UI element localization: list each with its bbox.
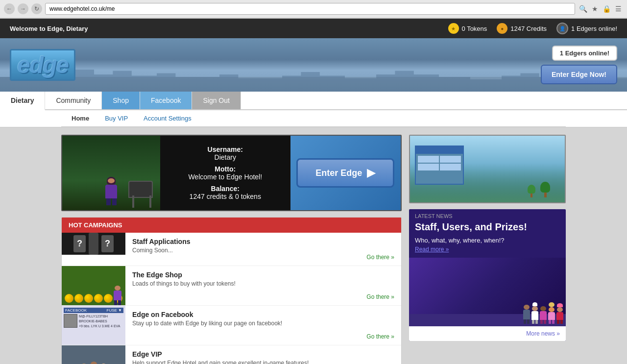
campaign-shop: The Edge Shop Loads of things to buy wit… bbox=[62, 266, 401, 306]
vip-char-2 bbox=[90, 362, 97, 364]
campaign-thumb-shop bbox=[62, 266, 125, 305]
campaign-desc-vip: Help support Edge Hotel and gain some ex… bbox=[132, 360, 394, 364]
enter-edge-button[interactable]: Enter Edge ▶ bbox=[296, 158, 394, 188]
char-head bbox=[107, 177, 116, 185]
avatar-character bbox=[105, 177, 117, 205]
online-icon: 👤 bbox=[556, 23, 568, 34]
campaigns-header: HOT CAMPAIGNS bbox=[62, 218, 401, 233]
tab-community[interactable]: Community bbox=[45, 92, 102, 109]
campaign-title-shop: The Edge Shop bbox=[132, 271, 394, 279]
browser-toolbar: ← → ↻ 🔍 ★ 🔒 ☰ bbox=[0, 0, 627, 18]
credits-label: 1247 Credits bbox=[510, 25, 547, 32]
hot-campaigns: HOT CAMPAIGNS ? ? Staff Applications C bbox=[61, 217, 402, 364]
menu-icon[interactable]: ☰ bbox=[613, 4, 623, 14]
header-currency: ★ 0 Tokens ● 1247 Credits 👤 1 Edgers onl… bbox=[448, 23, 617, 34]
char-body bbox=[105, 185, 117, 198]
browser-chrome: ← → ↻ 🔍 ★ 🔒 ☰ bbox=[0, 0, 627, 19]
fb-username: M@-FILLY123TBH bbox=[79, 314, 120, 319]
campaign-title-facebook: Edge on Facebook bbox=[132, 311, 394, 318]
sub-nav-account[interactable]: Account Settings bbox=[141, 113, 194, 123]
news-title: Staff, Users, and Prizes! bbox=[409, 219, 566, 237]
online-banner: 1 Edgers online! bbox=[552, 46, 617, 61]
tokens-display: ★ 0 Tokens bbox=[448, 23, 487, 34]
star-icon[interactable]: ★ bbox=[590, 4, 600, 14]
profile-info: Username: Dietary Motto: Welcome to Edge… bbox=[160, 136, 290, 210]
tab-dietary[interactable]: Dietary bbox=[0, 92, 45, 110]
sub-nav-buyvip[interactable]: Buy VIP bbox=[102, 113, 131, 123]
news-char-2 bbox=[531, 302, 538, 324]
scene-building bbox=[415, 146, 464, 185]
campaign-vip: Edge VIP Help support Edge Hotel and gai… bbox=[62, 345, 401, 364]
skyline bbox=[0, 67, 627, 92]
shop-char bbox=[114, 286, 121, 305]
tab-signout[interactable]: Sign Out bbox=[192, 92, 241, 109]
balance-value: 1247 credits & 0 tokens bbox=[190, 193, 261, 200]
extension-icon[interactable]: 🔒 bbox=[602, 4, 611, 14]
campaign-link-shop[interactable]: Go there » bbox=[132, 293, 394, 300]
fb-avatar-box bbox=[64, 314, 77, 328]
campaign-thumb-vip bbox=[62, 345, 125, 364]
tab-shop[interactable]: Shop bbox=[102, 92, 140, 109]
fb-label: FACEBOOK bbox=[65, 308, 87, 313]
news-subtitle: Who, what, why, where, when!? bbox=[409, 237, 566, 246]
fb-info: M@-FILLY123TBH BROOKIE-BABES +9 bbs. LYK… bbox=[79, 314, 120, 343]
tree-2 bbox=[528, 185, 535, 197]
campaign-link-staff[interactable]: Go there » bbox=[132, 254, 394, 261]
campaign-info-shop: The Edge Shop Loads of things to buy wit… bbox=[125, 266, 401, 305]
fb-fuse: FUSE ▼ bbox=[107, 308, 122, 313]
username-field: Username: Dietary bbox=[208, 146, 243, 161]
reload-button[interactable]: ↻ bbox=[31, 3, 42, 14]
motto-label: Motto: bbox=[188, 165, 262, 173]
campaign-title-staff: Staff Applications bbox=[132, 238, 394, 245]
sub-nav: Home Buy VIP Account Settings bbox=[61, 110, 566, 127]
tokens-label: 0 Tokens bbox=[462, 25, 487, 32]
tree-1 bbox=[540, 182, 550, 197]
campaign-info-facebook: Edge on Facebook Stay up to date with Ed… bbox=[125, 306, 401, 345]
campaign-desc-shop: Loads of things to buy with your tokens! bbox=[132, 280, 394, 287]
fb-stats: +9 bbs. LYK U 3.ME 4 EVA bbox=[79, 324, 120, 329]
bbq-grill bbox=[128, 181, 155, 208]
enter-edge-arrow-icon: ▶ bbox=[367, 167, 375, 179]
logo-text: edge bbox=[10, 49, 75, 81]
back-button[interactable]: ← bbox=[4, 3, 15, 14]
enter-now-button[interactable]: Enter Edge Now! bbox=[541, 65, 617, 84]
campaign-thumb-staff: ? ? bbox=[62, 233, 125, 255]
campaign-staff: ? ? Staff Applications Coming Soon... Go… bbox=[62, 233, 401, 266]
motto-field: Motto: Welcome to Edge Hotel! bbox=[188, 165, 262, 181]
enter-btn-container: Enter Edge ▶ bbox=[290, 136, 401, 210]
credit-icon: ● bbox=[497, 23, 507, 34]
campaign-link-facebook[interactable]: Go there » bbox=[132, 333, 394, 340]
latest-news: LATEST NEWS Staff, Users, and Prizes! Wh… bbox=[409, 209, 566, 341]
balance-field: Balance: 1247 credits & 0 tokens bbox=[190, 185, 261, 200]
news-read-more-link[interactable]: Read more » bbox=[409, 246, 566, 258]
fb-groups: BROOKIE-BABES bbox=[79, 319, 120, 324]
site-header: edge 1 Edgers online! Enter Edge Now! bbox=[0, 38, 627, 92]
news-characters bbox=[523, 302, 563, 324]
forward-button[interactable]: → bbox=[18, 3, 28, 14]
search-icon[interactable]: 🔍 bbox=[578, 4, 588, 14]
fb-content: M@-FILLY123TBH BROOKIE-BABES +9 bbs. LYK… bbox=[64, 314, 123, 343]
header-right: 1 Edgers online! Enter Edge Now! bbox=[541, 46, 617, 84]
news-char-5 bbox=[556, 303, 563, 324]
top-header: Welcome to Edge, Dietary ★ 0 Tokens ● 12… bbox=[0, 19, 627, 38]
url-bar[interactable] bbox=[45, 3, 575, 15]
fb-bar: FACEBOOK FUSE ▼ bbox=[64, 308, 123, 313]
campaign-info-staff: Staff Applications Coming Soon... Go the… bbox=[125, 233, 401, 266]
campaign-title-vip: Edge VIP bbox=[132, 350, 394, 358]
username-value: Dietary bbox=[208, 153, 243, 161]
news-more-link[interactable]: More news » bbox=[409, 326, 566, 341]
sub-nav-home[interactable]: Home bbox=[69, 113, 92, 123]
news-char-4 bbox=[548, 302, 555, 324]
news-char-3 bbox=[540, 306, 547, 324]
welcome-prefix: Welcome to Edge, bbox=[10, 25, 66, 32]
welcome-text: Welcome to Edge, Dietary bbox=[10, 25, 88, 32]
news-header-small: LATEST NEWS bbox=[409, 209, 566, 219]
q-char-2: ? bbox=[101, 235, 114, 252]
left-column: Username: Dietary Motto: Welcome to Edge… bbox=[61, 135, 402, 364]
tab-facebook[interactable]: Facebook bbox=[140, 92, 192, 109]
campaign-desc-facebook: Stay up to date with Edge by liking our … bbox=[132, 320, 394, 327]
header-username: Dietary bbox=[66, 25, 88, 32]
campaign-facebook: FACEBOOK FUSE ▼ M@-FILLY123TBH BROOKIE-B… bbox=[62, 306, 401, 345]
nav-tabs: Dietary Community Shop Facebook Sign Out bbox=[0, 92, 627, 110]
credits-display: ● 1247 Credits bbox=[497, 23, 547, 34]
